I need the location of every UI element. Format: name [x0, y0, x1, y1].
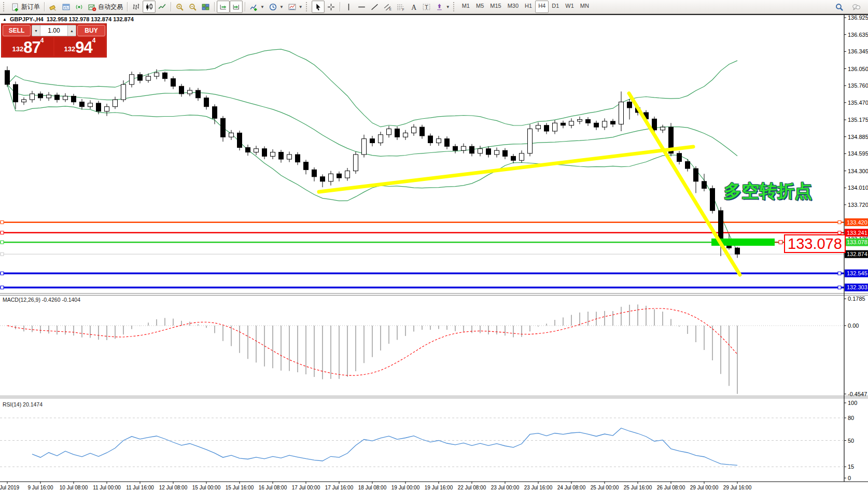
- toolbar-separator: [44, 2, 45, 11]
- time-tick-label: 11 Jul 16:00: [126, 485, 154, 490]
- zoomout-icon: [188, 3, 197, 11]
- timeframe-d1-button[interactable]: D1: [549, 1, 562, 13]
- svg-text:E: E: [389, 7, 391, 10]
- price-tick-label: 134.885: [848, 134, 868, 140]
- time-tick-label: 29 Jul 00:00: [690, 485, 719, 490]
- level-line-resistance-133.241[interactable]: [0, 231, 844, 234]
- svg-text:F: F: [402, 7, 404, 11]
- sell-price-prefix: 132: [12, 44, 24, 55]
- chart-window[interactable]: 136.925136.635136.345136.050135.760135.4…: [0, 14, 868, 491]
- tile-windows-button[interactable]: [199, 1, 212, 13]
- time-tick-label: 11 Jul 00:00: [93, 485, 121, 490]
- templates-button[interactable]: ▼: [286, 1, 305, 13]
- timeframe-mn-button[interactable]: MN: [577, 1, 592, 13]
- level-line-resistance-133.420[interactable]: [0, 221, 844, 224]
- price-badge-132.303: 132.303: [845, 284, 868, 291]
- line-chart-button[interactable]: [156, 1, 169, 13]
- price-badge-132.545: 132.545: [845, 270, 868, 277]
- indicators-icon: [249, 3, 258, 11]
- price-badge-label: 133.078: [847, 239, 867, 245]
- toolbar-separator: [340, 2, 340, 11]
- turning-point-annotation[interactable]: 多空转折点: [724, 179, 812, 203]
- chat-button[interactable]: [850, 1, 863, 13]
- price-level-callout[interactable]: 133.078: [784, 234, 846, 253]
- time-tick-label: 25 Jul 16:00: [624, 485, 652, 490]
- toolbar-grip[interactable]: [453, 2, 457, 11]
- buy-button[interactable]: BUY: [77, 25, 105, 36]
- sell-price-display[interactable]: 132 87 4: [3, 37, 53, 56]
- time-tick-label: 15 Jul 16:00: [226, 485, 254, 490]
- auto-trading-button[interactable]: 自动交易: [86, 1, 125, 13]
- rsi-pane: 1008050150RSI(14) 20.1474: [0, 400, 857, 481]
- autoscroll-icon: [219, 3, 228, 11]
- rsi-scale-label: 80: [848, 415, 854, 421]
- cursor-button[interactable]: [312, 1, 325, 13]
- fibonacci-button[interactable]: F: [394, 1, 407, 13]
- toolbar-grip[interactable]: [3, 2, 7, 11]
- level-line-current-price-132.874[interactable]: [0, 252, 844, 256]
- volume-down-button[interactable]: ▼: [32, 25, 40, 36]
- candlestick-button[interactable]: [143, 1, 156, 13]
- level-line-support-132.303[interactable]: [0, 286, 844, 289]
- auto-scroll-button[interactable]: [217, 1, 230, 13]
- trendline-button[interactable]: [368, 1, 381, 13]
- equidistant-channel-button[interactable]: E: [381, 1, 394, 13]
- time-tick-label: 24 Jul 08:00: [557, 485, 586, 490]
- signals-button[interactable]: [73, 1, 86, 13]
- horizontal-line-button[interactable]: [355, 1, 368, 13]
- price-badge-label: 132.545: [847, 270, 867, 276]
- fibo-icon: F: [396, 3, 405, 11]
- sell-button[interactable]: SELL: [3, 25, 31, 36]
- timeframe-h4-button[interactable]: H4: [535, 1, 549, 13]
- toolbar-grip[interactable]: [306, 2, 310, 11]
- macd-label: MACD(12,26,9) -0.4260 -0.1404: [3, 297, 80, 303]
- bar-chart-button[interactable]: [130, 1, 143, 13]
- buy-price-display[interactable]: 132 94 4: [54, 37, 105, 56]
- tiles-icon: [201, 3, 210, 11]
- arrows-icon: [435, 3, 444, 11]
- timeframe-h1-button[interactable]: H1: [522, 1, 535, 13]
- zoom-out-button[interactable]: [186, 1, 199, 13]
- new-order-button[interactable]: 新订单: [9, 1, 42, 13]
- time-tick-label: 18 Jul 08:00: [358, 485, 387, 490]
- sell-price-sup: 4: [40, 37, 44, 44]
- timeframe-m30-button[interactable]: M30: [505, 1, 522, 13]
- level-line-support-132.545[interactable]: [0, 272, 844, 275]
- rsi-scale-label: 100: [848, 400, 857, 406]
- label-icon: T: [422, 3, 431, 11]
- indicators-button[interactable]: ▼: [247, 1, 267, 13]
- price-axis[interactable]: 136.925136.635136.345136.050135.760135.4…: [844, 15, 868, 291]
- vertical-line-button[interactable]: [342, 1, 355, 13]
- chevron-down-icon: ▼: [446, 5, 450, 9]
- template-icon: [288, 3, 297, 11]
- crosshair-button[interactable]: [325, 1, 338, 13]
- timeframe-m5-button[interactable]: M5: [473, 1, 487, 13]
- periods-button[interactable]: ▼: [267, 1, 286, 13]
- text-button[interactable]: A: [407, 1, 420, 13]
- zoomin-icon: [175, 3, 184, 11]
- time-tick-label: 17 Jul 00:00: [292, 485, 320, 490]
- volume-up-button[interactable]: ▲: [67, 25, 76, 36]
- timeframe-w1-button[interactable]: W1: [562, 1, 577, 13]
- text-label-button[interactable]: T: [420, 1, 433, 13]
- arrows-button[interactable]: ▼: [433, 1, 452, 13]
- rsi-scale-label: 0: [848, 475, 851, 481]
- market-watch-button[interactable]: [60, 1, 73, 13]
- eraser-button[interactable]: [47, 1, 60, 13]
- timeframe-m15-button[interactable]: M15: [487, 1, 504, 13]
- price-tick-label: 136.925: [848, 15, 868, 21]
- time-tick-label: 10 Jul 08:00: [60, 485, 88, 490]
- timeframe-m1-button[interactable]: M1: [459, 1, 473, 13]
- falling-trendline[interactable]: [629, 93, 740, 275]
- time-tick-label: 9 Jul 16:00: [28, 485, 53, 490]
- time-tick-label: 19 Jul 16:00: [425, 485, 453, 490]
- zoom-in-button[interactable]: [173, 1, 186, 13]
- price-tick-label: 133.720: [848, 202, 868, 208]
- search-button[interactable]: [833, 1, 846, 13]
- collapse-panel-icon[interactable]: ▲: [3, 17, 7, 22]
- volume-input[interactable]: [40, 25, 67, 36]
- chart-shift-button[interactable]: [230, 1, 243, 13]
- time-axis[interactable]: 9 Jul 20199 Jul 16:0010 Jul 08:0011 Jul …: [0, 482, 752, 490]
- price-tick-label: 136.050: [848, 66, 868, 72]
- rsi-label: RSI(14) 20.1474: [3, 401, 43, 408]
